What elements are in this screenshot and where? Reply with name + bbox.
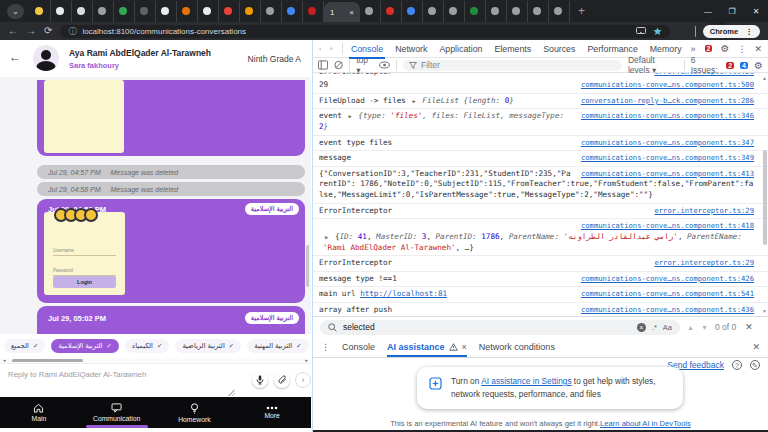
messages-scrollbar[interactable] [306, 245, 309, 287]
device-toolbar-icon[interactable] [330, 43, 332, 54]
address-bar[interactable]: ⓘ localhost:8100/communications-conversa… [60, 25, 670, 38]
minimize-button[interactable]: — [696, 7, 720, 16]
console-log[interactable]: error.interceptor.ts:29 ErrorInterceptor… [313, 73, 768, 316]
drawer-tab-ai-assistance[interactable]: AI assistance × [387, 337, 467, 357]
source-link[interactable]: conversation-reply-b…ck.component.ts:286 [581, 96, 754, 106]
previous-match-icon[interactable]: ▲ [687, 324, 694, 331]
regex-toggle[interactable]: .* [652, 323, 657, 332]
console-row[interactable]: communications-conve…ns.component.ts:413… [313, 167, 768, 204]
browser-tab[interactable] [360, 1, 381, 22]
browser-tab[interactable] [444, 1, 465, 22]
console-row[interactable]: communications-conve…ns.component.ts:418… [313, 219, 768, 256]
browser-tab[interactable] [507, 1, 528, 22]
reload-button[interactable]: ⟳ [44, 26, 52, 36]
message-card[interactable]: Jul 29, 04:59 PM التربية الإسلامية Usern… [37, 199, 305, 303]
close-drawer-icon[interactable]: ✕ [752, 342, 760, 352]
ai-settings-link[interactable]: AI assistance in Settings [481, 376, 571, 386]
devtools-tab[interactable]: Performance [587, 44, 637, 54]
active-browser-tab[interactable]: 1 × [324, 2, 360, 22]
close-window-button[interactable]: ✕ [744, 7, 768, 16]
eye-icon[interactable] [379, 61, 390, 69]
help-icon[interactable]: ? [732, 360, 742, 370]
browser-tab[interactable] [402, 1, 423, 22]
browser-tab[interactable] [72, 1, 93, 22]
devtools-tab[interactable]: Memory [650, 44, 682, 54]
console-row[interactable]: communications-conve…ns.component.ts:500… [313, 78, 768, 94]
browser-tab[interactable] [30, 1, 51, 22]
console-row[interactable]: communications-conve…ns.component.ts:436… [313, 303, 768, 316]
issues-label[interactable]: 6 Issues: [691, 55, 720, 75]
case-toggle[interactable]: Aa [663, 323, 672, 332]
source-link[interactable]: communications-conve…ns.component.ts:500 [581, 80, 754, 90]
subject-filter-chip[interactable]: التربية المهنية ✓ [247, 339, 308, 353]
bookmark-star-icon[interactable] [653, 27, 662, 36]
browser-tab[interactable] [486, 1, 507, 22]
close-devtools-icon[interactable]: ✕ [754, 44, 762, 54]
browser-tab[interactable] [528, 1, 549, 22]
message-image-attachment[interactable]: Username Password Login [44, 212, 125, 295]
console-row[interactable]: error.interceptor.ts:29 ErrorInterceptor [313, 204, 768, 220]
browser-tab[interactable] [156, 1, 177, 22]
nav-item-more[interactable]: More [233, 397, 311, 428]
reply-input[interactable]: Reply to Rami AbdElQader Al-Tarawneh [8, 370, 146, 379]
message-card[interactable]: Jul 29, 05:02 PM التربية الإسلامية [37, 306, 305, 334]
source-link[interactable]: error.interceptor.ts:29 [654, 258, 754, 268]
drawer-menu-icon[interactable]: ⋮ [321, 342, 330, 352]
forward-button[interactable]: → [26, 26, 36, 36]
inspect-element-icon[interactable] [319, 43, 321, 55]
tab-close-icon[interactable]: × [349, 8, 354, 17]
browser-tab[interactable] [282, 1, 303, 22]
expand-arrow-icon[interactable]: ▶ [325, 234, 328, 240]
source-link[interactable]: error.interceptor.ts:29 [654, 73, 754, 77]
new-tab-button[interactable]: + [578, 4, 585, 18]
tab-search-button[interactable]: ⌄ [7, 4, 24, 19]
scroll-up-arrow[interactable]: ▲ [762, 75, 767, 81]
message-card[interactable] [37, 80, 305, 156]
search-input[interactable]: selected × .* Aa [320, 320, 680, 335]
expand-arrow-icon[interactable]: ▶ [348, 113, 351, 119]
browser-tab[interactable] [303, 1, 324, 22]
console-row[interactable]: communications-conve…ns.component.ts:349… [313, 151, 768, 167]
browser-tab[interactable] [219, 1, 240, 22]
browser-menu-icon[interactable]: ⋮ [745, 27, 753, 36]
source-link[interactable]: communications-conve…ns.component.ts:346 [581, 111, 754, 121]
browser-tab[interactable] [93, 1, 114, 22]
source-link[interactable]: error.interceptor.ts:29 [654, 206, 754, 216]
next-match-icon[interactable]: ▼ [701, 324, 708, 331]
browser-tab[interactable] [240, 1, 261, 22]
update-chrome-button[interactable]: New Chrome available ⋮ [703, 25, 760, 38]
browser-tab[interactable] [51, 1, 72, 22]
nav-item-main[interactable]: Main [0, 397, 78, 428]
cast-icon[interactable] [636, 27, 646, 35]
clear-console-icon[interactable] [334, 60, 343, 70]
site-info-icon[interactable]: ⓘ [68, 26, 76, 37]
drawer-tab-network-conditions[interactable]: Network conditions [479, 342, 555, 352]
issues-warning-badge[interactable]: 4 [740, 62, 748, 69]
clear-search-icon[interactable]: × [637, 323, 646, 332]
devtools-tab[interactable]: Console [351, 44, 383, 54]
scrollbar-thumb[interactable] [12, 359, 83, 362]
console-row[interactable]: error.interceptor.ts:29 ErrorInterceptor [313, 256, 768, 272]
console-sidebar-icon[interactable] [318, 60, 328, 70]
attach-button[interactable] [274, 372, 290, 388]
resize-handle[interactable] [228, 390, 235, 396]
devtools-tab[interactable]: Elements [494, 44, 531, 54]
devtools-tab[interactable]: Network [395, 44, 427, 54]
subject-filter-chip[interactable]: التربية الرياضية ✓ [175, 339, 241, 353]
message-image-attachment[interactable] [44, 80, 124, 153]
source-link[interactable]: communications-conve…ns.component.ts:413 [581, 169, 754, 179]
issues-error-badge[interactable]: 2 [726, 62, 734, 69]
url-log-link[interactable]: http://localhost:81 [360, 289, 447, 298]
expand-arrow-icon[interactable]: ▶ [412, 98, 415, 104]
log-levels-dropdown[interactable]: Default levels ▾ [628, 55, 678, 75]
console-filter-input[interactable]: Filter [403, 60, 622, 71]
devtools-tab[interactable]: Sources [543, 44, 575, 54]
error-count-badge[interactable]: 2 [705, 45, 713, 52]
mic-button[interactable] [252, 372, 268, 388]
maximize-button[interactable]: ❐ [720, 7, 744, 16]
send-button[interactable]: › [295, 372, 311, 388]
console-settings-icon[interactable]: ⚙ [754, 60, 763, 71]
browser-tab[interactable] [198, 1, 219, 22]
drawer-tab-console[interactable]: Console [342, 342, 375, 352]
devtools-tab[interactable]: Application [439, 44, 482, 54]
